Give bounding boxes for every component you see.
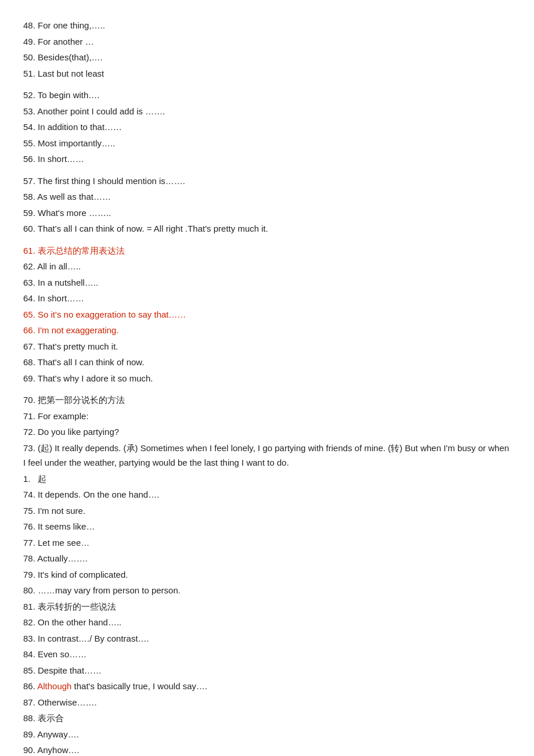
list-item: 80. ……may vary from person to person.: [23, 582, 511, 599]
list-item: 52. To begin with….: [23, 87, 511, 103]
item-text: 90. Anyhow….: [23, 745, 80, 755]
list-item: 85. Despite that……: [23, 663, 511, 679]
item-text: 63. In a nutshell…..: [23, 278, 98, 287]
list-item: 66. I'm not exaggerating.: [23, 322, 511, 339]
item-text: 51. Last but not least: [23, 69, 104, 78]
item-text: 67. That's pretty much it.: [23, 341, 118, 351]
item-text: 73. (起) It really depends. (承) Sometimes…: [23, 443, 509, 468]
list-item: 72. Do you like partying?: [23, 424, 511, 440]
item-text: 78. Actually…….: [23, 553, 88, 563]
spacer: [23, 386, 511, 392]
list-item: 65. So it's no exaggeration to say that……: [23, 307, 511, 323]
list-item: 70. 把第一部分说长的方法: [23, 392, 511, 408]
item-text: 56. In short……: [23, 154, 84, 164]
spacer: [23, 237, 511, 243]
list-item: 61. 表示总结的常用表达法: [23, 243, 511, 259]
list-item: 50. Besides(that),….: [23, 49, 511, 66]
item-text: 88. 表示合: [23, 713, 64, 723]
item-text: 1. 起: [23, 474, 46, 484]
list-item: 84. Even so……: [23, 646, 511, 663]
list-item: 82. On the other hand…..: [23, 614, 511, 631]
item-text: 61. 表示总结的常用表达法: [23, 246, 125, 255]
list-item: 89. Anyway….: [23, 726, 511, 743]
list-item: 90. Anyhow….: [23, 742, 511, 756]
list-item: 62. All in all…..: [23, 258, 511, 275]
item-text: 66. I'm not exaggerating.: [23, 325, 119, 335]
list-item: 58. As well as that……: [23, 189, 511, 205]
list-item: 56. In short……: [23, 151, 511, 167]
item-text-red: Although: [37, 681, 71, 691]
item-text: 59. What's more ……..: [23, 208, 111, 218]
item-text: 82. On the other hand…..: [23, 617, 121, 627]
list-item: 86. Although that's basically true, I wo…: [23, 678, 511, 694]
item-text: 87. Otherwise…….: [23, 697, 97, 707]
list-item: 55. Most importantly…..: [23, 135, 511, 152]
list-item: 1. 起: [23, 471, 511, 487]
item-text: 62. All in all…..: [23, 261, 81, 271]
item-text: 71. For example:: [23, 411, 89, 421]
item-number: 86.: [23, 681, 37, 691]
list-item: 53. Another point I could add is …….: [23, 103, 511, 120]
spacer: [23, 81, 511, 87]
item-text: 89. Anyway….: [23, 729, 79, 739]
list-item: 54. In addition to that……: [23, 119, 511, 135]
list-item: 83. In contrast…./ By contrast….: [23, 631, 511, 647]
list-item: 59. What's more ……..: [23, 205, 511, 221]
list-item: 57. The first thing I should mention is……: [23, 173, 511, 189]
list-item: 76. It seems like…: [23, 519, 511, 535]
item-text: 72. Do you like partying?: [23, 427, 119, 437]
list-item: 60. That's all I can think of now. = All…: [23, 221, 511, 237]
list-item: 87. Otherwise…….: [23, 694, 511, 711]
item-text: 77. Let me see…: [23, 538, 89, 548]
list-item: 81. 表示转折的一些说法: [23, 599, 511, 615]
list-item: 63. In a nutshell…..: [23, 275, 511, 291]
item-text: 79. It's kind of complicated.: [23, 570, 128, 579]
spacer: [23, 167, 511, 173]
item-text: 58. As well as that……: [23, 192, 111, 201]
item-text: 75. I'm not sure.: [23, 506, 85, 516]
list-item: 73. (起) It really depends. (承) Sometimes…: [23, 440, 511, 471]
item-text: that's basically true, I would say….: [71, 681, 207, 691]
list-item: 75. I'm not sure.: [23, 503, 511, 519]
item-text: 55. Most importantly…..: [23, 138, 115, 148]
item-text: 85. Despite that……: [23, 665, 102, 675]
list-item: 48. For one thing,…..: [23, 17, 511, 34]
item-text: 74. It depends. On the one hand….: [23, 489, 159, 499]
item-text: 57. The first thing I should mention is……: [23, 176, 185, 186]
list-item: 74. It depends. On the one hand….: [23, 487, 511, 503]
list-item: 51. Last but not least: [23, 66, 511, 82]
list-item: 88. 表示合: [23, 710, 511, 726]
item-text: 80. ……may vary from person to person.: [23, 585, 181, 595]
list-item: 68. That's all I can think of now.: [23, 354, 511, 370]
list-item: 64. In short……: [23, 290, 511, 307]
list-item: 79. It's kind of complicated.: [23, 567, 511, 583]
item-text: 68. That's all I can think of now.: [23, 357, 145, 367]
item-text: 84. Even so……: [23, 649, 86, 659]
item-text: 65. So it's no exaggeration to say that……: [23, 309, 186, 319]
list-item: 78. Actually…….: [23, 550, 511, 567]
item-text: 69. That's why I adore it so much.: [23, 373, 153, 383]
list-item: 77. Let me see…: [23, 535, 511, 551]
item-text: 52. To begin with….: [23, 90, 99, 100]
list-item: 67. That's pretty much it.: [23, 339, 511, 355]
item-text: 54. In addition to that……: [23, 122, 122, 132]
list-item: 49. For another …: [23, 34, 511, 50]
item-text: 70. 把第一部分说长的方法: [23, 395, 125, 405]
item-text: 48. For one thing,…..: [23, 20, 105, 30]
item-text: 81. 表示转折的一些说法: [23, 602, 116, 611]
item-text: 83. In contrast…./ By contrast….: [23, 633, 149, 643]
item-text: 53. Another point I could add is …….: [23, 106, 165, 116]
item-text: 60. That's all I can think of now. = All…: [23, 224, 268, 233]
item-text: 49. For another …: [23, 37, 94, 46]
item-text: 64. In short……: [23, 293, 84, 303]
list-item: 71. For example:: [23, 408, 511, 424]
item-text: 50. Besides(that),….: [23, 52, 103, 62]
list-item: 69. That's why I adore it so much.: [23, 370, 511, 387]
content-list: 48. For one thing,…..49. For another …50…: [23, 17, 511, 756]
item-text: 76. It seems like…: [23, 521, 95, 531]
